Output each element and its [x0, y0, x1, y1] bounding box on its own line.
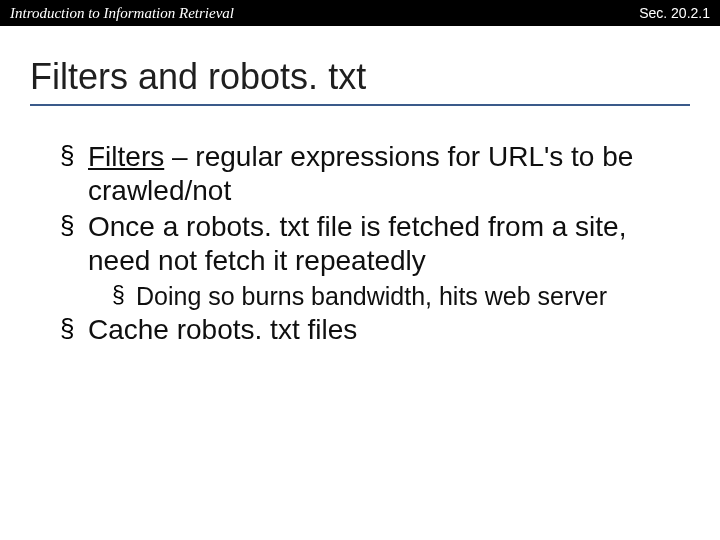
bullet-list: Filters – regular expressions for URL's … — [60, 140, 690, 347]
bullet-text: – regular expressions for URL's to be cr… — [88, 141, 633, 206]
bullet-text: Once a robots. txt file is fetched from … — [88, 211, 626, 276]
list-item: Once a robots. txt file is fetched from … — [60, 210, 690, 311]
bullet-text: Doing so burns bandwidth, hits web serve… — [136, 282, 607, 310]
slide-content: Filters – regular expressions for URL's … — [0, 140, 720, 347]
list-item: Cache robots. txt files — [60, 313, 690, 347]
list-item: Doing so burns bandwidth, hits web serve… — [112, 281, 690, 312]
title-container: Filters and robots. txt — [0, 26, 720, 106]
course-title: Introduction to Information Retrieval — [10, 5, 234, 22]
bullet-text-underlined: Filters — [88, 141, 164, 172]
slide-header: Introduction to Information Retrieval Se… — [0, 0, 720, 26]
sub-bullet-list: Doing so burns bandwidth, hits web serve… — [112, 281, 690, 312]
slide-title: Filters and robots. txt — [30, 56, 690, 106]
list-item: Filters – regular expressions for URL's … — [60, 140, 690, 208]
section-number: Sec. 20.2.1 — [639, 5, 710, 21]
bullet-text: Cache robots. txt files — [88, 314, 357, 345]
